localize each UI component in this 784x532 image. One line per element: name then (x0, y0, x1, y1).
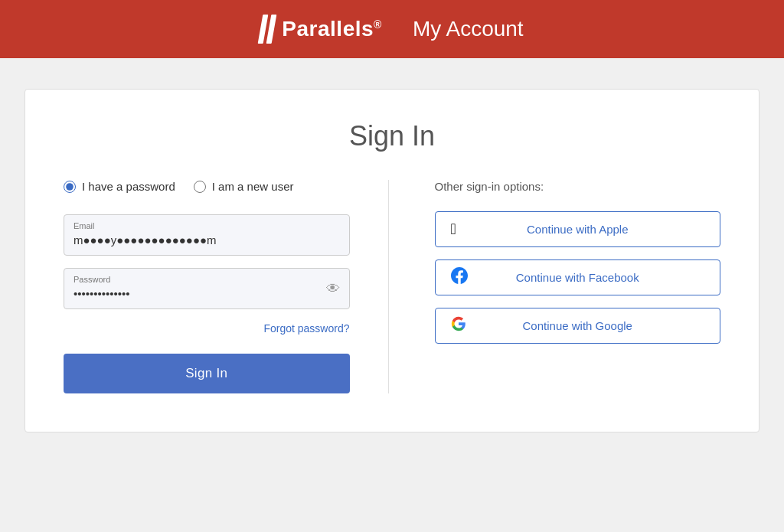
apple-icon:  (451, 220, 456, 238)
facebook-icon (451, 267, 468, 288)
new-user-option[interactable]: I am a new user (194, 180, 294, 193)
radio-group: I have a password I am a new user (64, 180, 350, 193)
password-group: Password 👁 (64, 268, 350, 309)
apple-button-label: Continue with Apple (451, 223, 705, 236)
new-user-label: I am a new user (212, 180, 294, 193)
toggle-password-icon[interactable]: 👁 (326, 281, 340, 297)
google-icon (451, 316, 466, 335)
has-password-radio[interactable] (64, 181, 76, 193)
right-column: Other sign-in options:  Continue with A… (389, 180, 721, 393)
google-signin-button[interactable]: Continue with Google (435, 308, 721, 344)
apple-signin-button[interactable]:  Continue with Apple (435, 211, 721, 247)
password-label: Password (74, 275, 340, 284)
card-body: I have a password I am a new user Email (64, 180, 720, 393)
parallels-logo-bars (260, 15, 274, 44)
password-field-container: Password 👁 (64, 268, 350, 309)
registered-mark: ® (374, 18, 382, 31)
parallels-logo: Parallels® (260, 15, 382, 44)
has-password-label: I have a password (82, 180, 175, 193)
signin-card: Sign In I have a password I am a new use… (24, 89, 760, 432)
email-input[interactable] (74, 233, 340, 246)
page-title: Sign In (64, 120, 720, 152)
has-password-option[interactable]: I have a password (64, 180, 175, 193)
forgot-password-link[interactable]: Forgot password? (263, 322, 349, 335)
google-button-label: Continue with Google (451, 319, 705, 332)
app-header: Parallels® My Account (0, 0, 784, 58)
other-options-label: Other sign-in options: (435, 180, 544, 193)
facebook-signin-button[interactable]: Continue with Facebook (435, 259, 721, 295)
brand-text: Parallels (282, 17, 374, 41)
email-field-container: Email (64, 214, 350, 256)
main-content: Sign In I have a password I am a new use… (0, 58, 784, 463)
account-label: My Account (413, 17, 524, 41)
forgot-password-container: Forgot password? (64, 321, 350, 335)
signin-button[interactable]: Sign In (64, 354, 350, 393)
left-column: I have a password I am a new user Email (64, 180, 389, 393)
email-label: Email (74, 221, 340, 230)
facebook-button-label: Continue with Facebook (451, 271, 705, 284)
email-group: Email (64, 214, 350, 256)
brand-name: Parallels® (282, 17, 382, 41)
new-user-radio[interactable] (194, 181, 206, 193)
password-input[interactable] (74, 287, 340, 300)
